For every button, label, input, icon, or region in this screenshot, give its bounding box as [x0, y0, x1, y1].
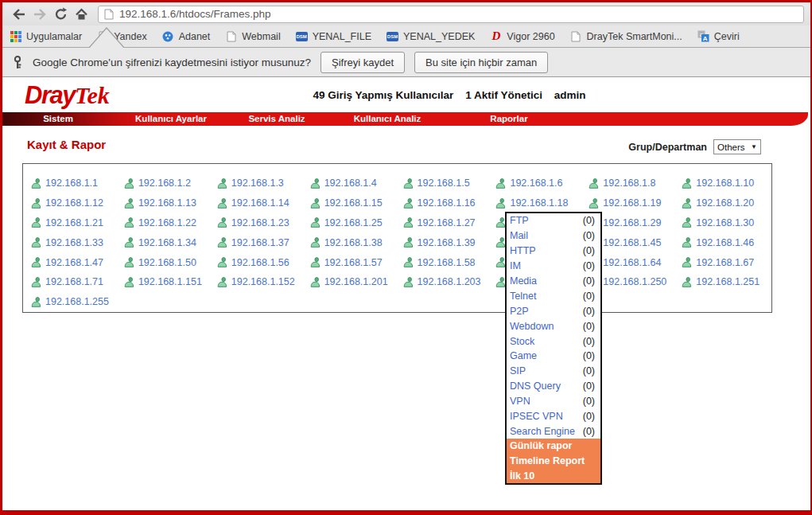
popup-footer-i-lk-10[interactable]: İlk 10 [507, 469, 600, 484]
ip-cell[interactable]: 192.168.1.21 [31, 213, 124, 233]
popup-item-dns-query[interactable]: DNS Query(0) [507, 379, 600, 394]
ip-link[interactable]: 192.168.1.1 [45, 178, 98, 189]
ip-cell[interactable]: 192.168.1.50 [124, 252, 217, 272]
ip-cell[interactable]: 192.168.1.39 [403, 232, 496, 252]
ip-cell[interactable]: 192.168.1.1 [31, 174, 124, 193]
nav-item-sistem[interactable]: Sistem [43, 112, 73, 126]
ip-link[interactable]: 192.168.1.152 [231, 276, 295, 287]
ip-link[interactable]: 192.168.1.5 [418, 178, 470, 189]
popup-item-ipsec-vpn[interactable]: IPSEC VPN(0) [507, 409, 600, 424]
ip-link[interactable]: 192.168.1.33 [45, 237, 103, 248]
ip-link[interactable]: 192.168.1.25 [324, 217, 383, 228]
ip-cell[interactable]: 192.168.1.255 [31, 292, 124, 312]
ip-link[interactable]: 192.168.1.18 [510, 197, 568, 209]
ip-cell[interactable]: 192.168.1.64 [589, 252, 682, 272]
ip-link[interactable]: 192.168.1.10 [696, 178, 754, 189]
ip-link[interactable]: 192.168.1.8 [603, 178, 655, 189]
ip-link[interactable]: 192.168.1.45 [603, 237, 661, 248]
ip-cell[interactable]: 192.168.1.12 [31, 193, 124, 213]
ip-link[interactable]: 192.168.1.27 [418, 217, 476, 228]
ip-cell[interactable]: 192.168.1.58 [403, 252, 496, 272]
ip-link[interactable]: 192.168.1.21 [45, 217, 103, 228]
ip-link[interactable]: 192.168.1.37 [231, 237, 289, 248]
ip-cell[interactable]: 192.168.1.33 [31, 232, 124, 252]
ip-link[interactable]: 192.168.1.13 [138, 197, 196, 209]
ip-link[interactable]: 192.168.1.38 [324, 237, 383, 248]
popup-item-ftp[interactable]: FTP(0) [507, 213, 600, 228]
popup-item-mail[interactable]: Mail(0) [507, 228, 600, 244]
popup-item-vpn[interactable]: VPN(0) [507, 394, 600, 409]
ip-cell[interactable]: 192.168.1.14 [217, 193, 310, 213]
ip-link[interactable]: 192.168.1.201 [324, 276, 388, 287]
ip-cell[interactable]: 192.168.1.38 [310, 232, 403, 252]
ip-cell[interactable]: 192.168.1.19 [589, 193, 682, 213]
bookmark-webmail[interactable]: Webmail [225, 30, 280, 42]
ip-link[interactable]: 192.168.1.4 [324, 178, 377, 189]
popup-item-search-engine[interactable]: Search Engine(0) [507, 423, 600, 439]
ip-cell[interactable]: 192.168.1.71 [31, 272, 124, 292]
ip-cell[interactable]: 192.168.1.8 [589, 174, 682, 193]
ip-link[interactable]: 192.168.1.16 [418, 197, 476, 209]
ip-cell[interactable]: 192.168.1.152 [217, 272, 310, 292]
ip-link[interactable]: 192.168.1.50 [138, 257, 196, 268]
popup-footer-timeline-report[interactable]: Timeline Report [507, 454, 600, 469]
ip-cell[interactable]: 192.168.1.16 [403, 193, 496, 213]
ip-link[interactable]: 192.168.1.19 [603, 197, 661, 209]
ip-cell[interactable]: 192.168.1.15 [310, 193, 403, 213]
ip-cell[interactable]: 192.168.1.34 [124, 232, 217, 252]
refresh-button[interactable] [50, 5, 71, 24]
never-for-site-button[interactable]: Bu site için hiçbir zaman [414, 52, 548, 73]
ip-cell[interactable]: 192.168.1.46 [682, 232, 775, 252]
forward-button[interactable] [29, 5, 50, 24]
ip-link[interactable]: 192.168.1.30 [696, 217, 754, 228]
bookmark-draytek-smartmonitor[interactable]: DrayTek SmartMoni... [570, 30, 682, 42]
nav-item-kullan-c-ayarlar[interactable]: Kullanıcı Ayarlar [135, 112, 207, 126]
ip-cell[interactable]: 192.168.1.27 [403, 213, 496, 233]
ip-cell[interactable]: 192.168.1.13 [124, 193, 217, 213]
bookmark-vigor-2960[interactable]: DVigor 2960 [490, 30, 554, 42]
ip-cell[interactable]: 192.168.1.201 [310, 272, 403, 292]
ip-link[interactable]: 192.168.1.3 [231, 178, 284, 189]
ip-cell[interactable]: 192.168.1.56 [217, 252, 310, 272]
ip-cell[interactable]: 192.168.1.20 [682, 193, 775, 213]
popup-item-sip[interactable]: SIP(0) [507, 364, 600, 379]
ip-link[interactable]: 192.168.1.29 [603, 217, 661, 228]
ip-cell[interactable]: 192.168.1.22 [124, 213, 217, 233]
ip-link[interactable]: 192.168.1.64 [603, 257, 661, 268]
ip-cell[interactable]: 192.168.1.29 [589, 213, 682, 233]
ip-cell[interactable]: 192.168.1.251 [682, 272, 775, 292]
nav-item-kullan-c-analiz[interactable]: Kullanıcı Analiz [354, 112, 422, 126]
ip-cell[interactable]: 192.168.1.23 [217, 213, 310, 233]
ip-cell[interactable]: 192.168.1.10 [682, 174, 775, 193]
ip-link[interactable]: 192.168.1.12 [45, 197, 103, 209]
back-button[interactable] [9, 5, 29, 24]
ip-cell[interactable]: 192.168.1.203 [403, 272, 496, 292]
bookmark-adanet[interactable]: Adanet [162, 30, 211, 42]
ip-cell[interactable]: 192.168.1.2 [124, 174, 217, 193]
ip-link[interactable]: 192.168.1.151 [138, 276, 202, 287]
group-filter-select[interactable]: Others ▼ [713, 139, 761, 154]
ip-link[interactable]: 192.168.1.56 [231, 257, 289, 268]
ip-cell[interactable]: 192.168.1.4 [310, 174, 403, 193]
ip-link[interactable]: 192.168.1.250 [603, 276, 666, 287]
popup-item-http[interactable]: HTTP(0) [507, 244, 600, 259]
ip-link[interactable]: 192.168.1.46 [696, 237, 754, 248]
popup-footer-g-nl-k-rapor[interactable]: Günlük rapor [507, 439, 600, 454]
address-bar[interactable]: 192.168.1.6/htdocs/Frames.php [98, 6, 804, 23]
save-password-button[interactable]: Şifreyi kaydet [321, 52, 405, 73]
bookmark-ceviri[interactable]: aAÇeviri [697, 30, 740, 42]
nav-item-raporlar[interactable]: Raporlar [490, 112, 527, 126]
ip-link[interactable]: 192.168.1.251 [696, 276, 760, 287]
ip-cell[interactable]: 192.168.1.6 [495, 174, 589, 193]
ip-link[interactable]: 192.168.1.34 [138, 237, 196, 248]
popup-item-p2p[interactable]: P2P(0) [507, 303, 600, 318]
ip-cell[interactable]: 192.168.1.67 [682, 252, 775, 272]
popup-item-webdown[interactable]: Webdown(0) [507, 318, 600, 334]
ip-cell[interactable]: 192.168.1.25 [310, 213, 403, 233]
popup-item-game[interactable]: Game(0) [507, 349, 600, 364]
popup-item-media[interactable]: Media(0) [507, 274, 600, 289]
ip-link[interactable]: 192.168.1.58 [418, 257, 476, 268]
ip-link[interactable]: 192.168.1.47 [45, 257, 103, 268]
ip-link[interactable]: 192.168.1.203 [418, 276, 481, 287]
ip-cell[interactable]: 192.168.1.5 [403, 174, 496, 193]
